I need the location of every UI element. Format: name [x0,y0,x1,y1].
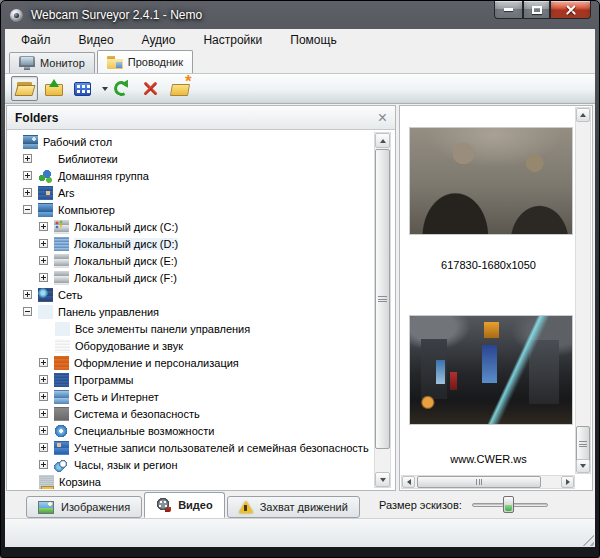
tree-item[interactable]: Библиотеки [8,150,394,167]
main-area: Folders × Рабочий столБиблиотекиДомашняя… [5,105,595,491]
delete-icon [142,81,159,97]
homegroup-icon [38,169,53,183]
scroll-up-button[interactable] [576,108,590,122]
bottom-tab-Изображения[interactable]: Изображения [26,496,142,518]
scroll-down-button[interactable] [576,459,590,473]
scroll-left-button[interactable] [402,476,415,488]
app-window: Webcam Surveyor 2.4.1 - Nemo ФайлВидеоАу… [0,0,600,558]
tree-item[interactable]: Учетные записи пользователей и семейная … [8,439,394,456]
tree-item[interactable]: Ars [8,184,394,201]
resize-grip-icon[interactable] [581,533,594,546]
monitor-tab-icon [19,56,35,70]
tree-item[interactable]: Домашняя группа [8,167,394,184]
expand-icon[interactable] [39,460,48,469]
tree-item[interactable]: Компьютер [8,201,394,218]
expand-icon[interactable] [23,154,32,163]
thumbnail-hscrollbar-thumb[interactable] [417,476,541,488]
menu-item-Настройки[interactable]: Настройки [189,30,276,50]
tree-scrollbar-thumb[interactable] [375,149,390,449]
thumbnail-image[interactable] [409,315,573,425]
toolbar-delete-button[interactable] [137,76,164,101]
thumb-size-slider[interactable] [472,496,548,514]
expand-icon[interactable] [23,290,32,299]
expand-icon[interactable] [39,409,48,418]
expand-icon[interactable] [39,392,48,401]
tree-item[interactable]: Локальный диск (D:) [8,235,394,252]
tree-item[interactable]: Программы [8,371,394,388]
programs-icon [54,373,69,387]
window-title: Webcam Surveyor 2.4.1 - Nemo [31,8,202,22]
clipped-tree-item-icon [41,486,54,489]
collapse-icon[interactable] [23,205,32,214]
toolbar-create-folder-button[interactable] [166,76,193,101]
collapse-icon[interactable] [23,307,32,316]
thumbnail-image[interactable] [409,127,573,235]
toolbar-refresh-button[interactable] [108,76,135,101]
tab-Монитор[interactable]: Монитор [9,52,95,73]
tree-item[interactable]: Корзина [8,473,394,489]
menu-item-Аудио[interactable]: Аудио [128,30,190,50]
thumbnail-hscrollbar[interactable] [401,475,575,489]
view-thumbnails-icon [74,82,91,96]
scroll-up-button[interactable] [375,133,390,148]
toolbar-open-folder-button[interactable] [11,76,38,101]
bottom-tab-Захват движений[interactable]: Захват движений [227,496,360,518]
tree-item-label: Локальный диск (F:) [74,272,177,284]
maximize-button[interactable] [523,1,550,19]
tree-item[interactable]: Рабочий стол [8,133,394,150]
tree-item[interactable]: Локальный диск (F:) [8,269,394,286]
expand-icon[interactable] [39,443,48,452]
tree-item-label: Оформление и персонализация [74,357,239,369]
expand-icon[interactable] [39,375,48,384]
tree-item-label: Программы [74,374,133,386]
scroll-down-button[interactable] [375,472,390,487]
minimize-button[interactable] [494,1,523,19]
menu-item-Помощь[interactable]: Помощь [276,30,350,50]
tree-item[interactable]: Оборудование и звук [8,337,394,354]
disk-icon [54,271,69,285]
folders-close-icon[interactable]: × [378,111,387,125]
tree-item[interactable]: Оформление и персонализация [8,354,394,371]
lib-icon [38,152,53,166]
thumbnail-vscrollbar[interactable] [575,107,591,474]
slider-thumb[interactable] [503,496,514,513]
tree-item-label: Библиотеки [58,153,118,165]
tree-item-label: Система и безопасность [74,408,200,420]
expand-icon[interactable] [39,222,48,231]
syssec-icon [54,407,69,421]
tree-item[interactable]: Панель управления [8,303,394,320]
expand-icon[interactable] [39,256,48,265]
expand-icon[interactable] [39,239,48,248]
tree-item-label: Сеть [58,289,82,301]
close-button[interactable] [550,1,591,19]
scroll-right-button[interactable] [561,476,574,488]
menu-item-Видео[interactable]: Видео [65,30,128,50]
expand-icon[interactable] [23,188,32,197]
thumb-size-label: Размер эскизов: [379,499,462,511]
expand-icon[interactable] [39,426,48,435]
tree-item[interactable]: Система и безопасность [8,405,394,422]
arrow-down-icon [580,464,586,468]
bottom-tab-label: Захват движений [260,501,348,513]
expand-icon[interactable] [23,171,32,180]
tree-item-label: Сеть и Интернет [74,391,159,403]
expand-icon[interactable] [39,273,48,282]
menu-item-Файл[interactable]: Файл [7,30,65,50]
tree-item[interactable]: Сеть и Интернет [8,388,394,405]
minimize-icon [504,8,513,11]
tree-item[interactable]: Все элементы панели управления [8,320,394,337]
tree-item[interactable]: Специальные возможности [8,422,394,439]
top-tab-strip: МониторПроводник [5,51,595,74]
tree-scrollbar[interactable] [374,132,391,488]
expand-icon[interactable] [39,358,48,367]
toolbar-parent-folder-button[interactable] [40,76,67,101]
tree-item[interactable]: Часы, язык и регион [8,456,394,473]
tree-item[interactable]: Локальный диск (E:) [8,252,394,269]
tree-item[interactable]: Сеть [8,286,394,303]
disk-icon [54,254,69,268]
thumbnail-vscrollbar-thumb[interactable] [576,426,590,462]
tree-item[interactable]: Локальный диск (C:) [8,218,394,235]
bottom-tab-Видео[interactable]: Видео [144,492,225,518]
tab-Проводник[interactable]: Проводник [97,50,193,73]
toolbar-view-thumbnails-button[interactable] [69,76,96,101]
